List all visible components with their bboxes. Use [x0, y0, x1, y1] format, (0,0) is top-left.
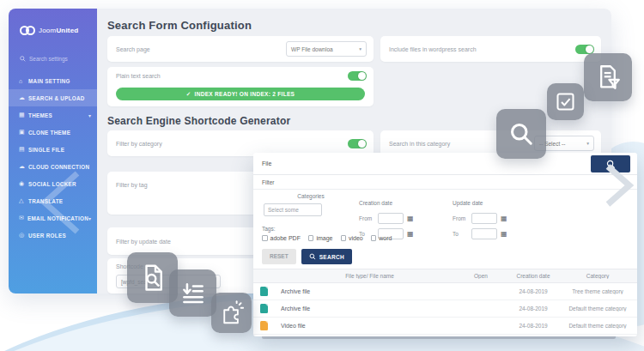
categories-group: Categories Select some: [264, 193, 343, 216]
doc-filter-tile: [584, 53, 632, 101]
calendar-icon[interactable]: ▦: [407, 231, 414, 238]
update-from-input[interactable]: [471, 213, 497, 224]
search-page-label: Search page: [116, 46, 150, 52]
file-icon-cell: [260, 304, 281, 313]
joomunited-logo: JoomUnited: [20, 26, 78, 35]
sidebar-item-label: SEARCH & UPLOAD: [28, 95, 85, 101]
categories-label: Categories: [264, 193, 343, 199]
preview-search-bar: File: [253, 153, 637, 175]
checkbox-icon: [341, 235, 347, 241]
search-submit-button[interactable]: SEARCH: [301, 249, 352, 264]
search-category-label: Search in this category: [389, 141, 450, 147]
plain-text-search-card: Plain text search ✓ INDEX READY! ON INDE…: [107, 67, 374, 106]
preview-buttons-row: RESET SEARCH: [262, 249, 352, 264]
user-icon: ◎: [19, 232, 28, 239]
calendar-icon[interactable]: ▦: [501, 231, 507, 238]
file-fold: [265, 321, 268, 324]
search-preview-panel: File Filter Categories Select some Creat…: [253, 153, 637, 336]
search-icon: [20, 56, 26, 62]
tag-checkbox-image[interactable]: image: [308, 235, 333, 241]
check-icon: ✓: [186, 91, 191, 98]
include-files-card: Include files in wordpress search: [380, 36, 601, 62]
header-creation-date: Creation date: [503, 273, 563, 279]
creation-date-label: Creation date: [359, 200, 392, 206]
checkbox-tile: [547, 83, 584, 120]
logo-circle-icon: [26, 26, 35, 35]
magnifier-tile: [496, 109, 546, 159]
update-date-label: Update date: [453, 200, 483, 206]
table-row[interactable]: Video file24-08-2019Default theme catego…: [253, 318, 637, 335]
creation-date-cell: 24-08-2019: [503, 323, 563, 329]
clone-icon: ▣: [19, 129, 28, 136]
tags-label: Tags:: [262, 226, 276, 232]
chevron-down-icon: ▾: [88, 112, 91, 118]
header-category: Category: [563, 273, 632, 279]
mail-icon: ✉: [19, 215, 27, 221]
index-ready-button[interactable]: ✓ INDEX READY! ON INDEX: 2 FILES: [116, 88, 365, 100]
translate-icon: △: [19, 197, 28, 204]
search-page-dropdown-value: WP File downloa: [291, 46, 333, 52]
include-files-label: Include files in wordpress search: [389, 46, 477, 52]
header-file-type: File type/ File name: [281, 273, 459, 279]
filter-category-toggle[interactable]: [348, 139, 367, 148]
categories-select-input[interactable]: Select some: [264, 203, 322, 216]
filter-tag-label: Filter by tag: [116, 182, 148, 188]
file-type-icon: [260, 304, 268, 313]
filter-category-label: Filter by category: [116, 141, 162, 147]
page-title: Search Form Configuation: [107, 19, 252, 32]
preview-filter-row: Filter: [253, 175, 637, 190]
file-type-icon: [260, 321, 268, 330]
sidebar-item-label: SINGLE FILE: [28, 147, 64, 153]
file-icon-cell: [260, 321, 281, 330]
sidebar-item-clone-theme[interactable]: ▣CLONE THEME: [9, 124, 97, 141]
results-table: File type/ File name Open Creation date …: [253, 269, 637, 335]
calendar-icon[interactable]: ▦: [407, 215, 414, 222]
header-open: Open: [459, 273, 503, 279]
file-icon: ▤: [19, 146, 28, 153]
update-to-input[interactable]: [471, 228, 497, 239]
sidebar-search-input[interactable]: Search settings: [20, 56, 68, 62]
sidebar-item-themes[interactable]: ▦THEMES▾: [9, 106, 97, 124]
tags-row: adobe PDFimagevideoword: [262, 235, 392, 241]
upload-cloud-icon: ☁: [19, 94, 28, 101]
creation-from-input[interactable]: [378, 213, 404, 224]
table-row[interactable]: Archive file24-08-2019Tree theme categor…: [253, 283, 637, 300]
tag-checkbox-video[interactable]: video: [341, 235, 363, 241]
results-table-body: Archive file24-08-2019Tree theme categor…: [253, 283, 637, 335]
tag-checkbox-adobe-pdf[interactable]: adobe PDF: [262, 235, 301, 241]
index-ready-label: INDEX READY! ON INDEX: 2 FILES: [195, 91, 295, 97]
file-name: Archive file: [281, 306, 459, 312]
checkmark-icon: [554, 90, 577, 113]
calendar-icon[interactable]: ▦: [501, 215, 507, 222]
search-page-dropdown[interactable]: WP File downloa ▾: [286, 41, 367, 57]
download-list-icon: [179, 279, 208, 308]
reset-button[interactable]: RESET: [262, 249, 296, 264]
tag-checkbox-word[interactable]: word: [371, 235, 392, 241]
checkbox-icon: [262, 235, 268, 241]
decorative-chevron-left-icon: [33, 168, 97, 237]
file-name: Archive file: [281, 288, 459, 294]
plain-text-search-toggle[interactable]: [348, 71, 367, 81]
file-type-icon: [260, 287, 268, 296]
from-label: From: [453, 215, 468, 221]
table-row[interactable]: Archive file24-08-2019Default theme cate…: [253, 300, 637, 318]
include-files-toggle[interactable]: [575, 45, 594, 54]
file-name: Video file: [281, 323, 459, 329]
chevron-down-icon: ▾: [359, 46, 361, 51]
tag-label: video: [349, 235, 363, 241]
update-date-group: Update date From ▦ To ▦: [453, 193, 507, 239]
lock-icon: ◉: [19, 180, 28, 187]
tag-label: word: [379, 235, 392, 241]
plain-text-search-label: Plain text search: [116, 73, 161, 79]
document-search-icon: [137, 263, 168, 294]
sidebar-item-main-setting[interactable]: ⌂MAIN SETTING: [9, 72, 97, 89]
from-label: From: [359, 215, 374, 221]
chevron-down-icon: ▾: [586, 141, 589, 146]
category-cell: Default theme category: [563, 306, 632, 312]
filter-label: Filter: [262, 175, 274, 190]
creation-date-cell: 24-08-2019: [503, 288, 563, 294]
sidebar-item-single-file[interactable]: ▤SINGLE FILE: [9, 141, 97, 158]
sidebar-item-search-upload[interactable]: ☁SEARCH & UPLOAD: [9, 89, 97, 106]
search-submit-label: SEARCH: [319, 254, 344, 260]
checkbox-icon: [308, 235, 314, 241]
